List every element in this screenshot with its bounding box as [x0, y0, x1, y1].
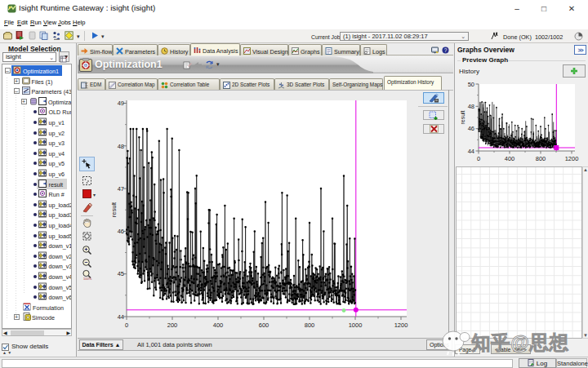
svg-text:200: 200: [167, 321, 178, 329]
svg-text:0: 0: [477, 155, 480, 162]
svg-text:400: 400: [213, 321, 224, 329]
svg-text:100%: 100%: [83, 277, 92, 281]
svg-text:44: 44: [118, 313, 124, 321]
svg-text:45: 45: [118, 270, 124, 277]
svg-text:46: 46: [118, 228, 124, 235]
svg-text:400: 400: [505, 155, 515, 162]
svg-text:600: 600: [259, 321, 270, 329]
svg-text:46: 46: [468, 125, 474, 132]
svg-text:48: 48: [118, 143, 124, 150]
svg-text:48: 48: [468, 103, 474, 110]
svg-text:1200: 1200: [394, 321, 408, 329]
svg-text:0: 0: [125, 321, 128, 329]
svg-text:800: 800: [305, 321, 315, 329]
svg-text:1200: 1200: [565, 155, 579, 162]
svg-text:800: 800: [536, 155, 546, 162]
svg-text:44: 44: [468, 148, 474, 155]
svg-text:1000: 1000: [349, 321, 363, 329]
svg-text:49: 49: [118, 100, 124, 107]
svg-text:result: result: [110, 202, 118, 217]
svg-text:50: 50: [468, 81, 474, 88]
svg-text:result: result: [460, 110, 466, 124]
svg-text:47: 47: [118, 185, 124, 193]
svg-text:?: ?: [444, 47, 448, 53]
